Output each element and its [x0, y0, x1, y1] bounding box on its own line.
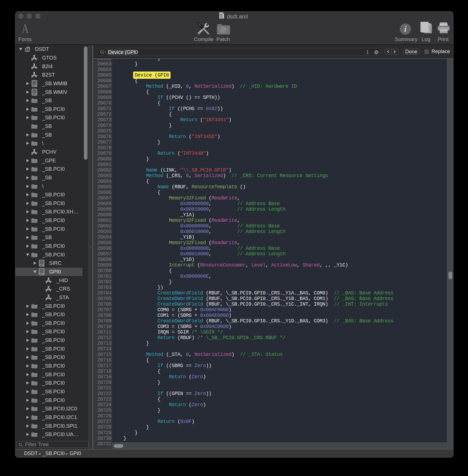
- svg-text:i: i: [404, 24, 406, 34]
- svg-text:AML: AML: [220, 17, 224, 18]
